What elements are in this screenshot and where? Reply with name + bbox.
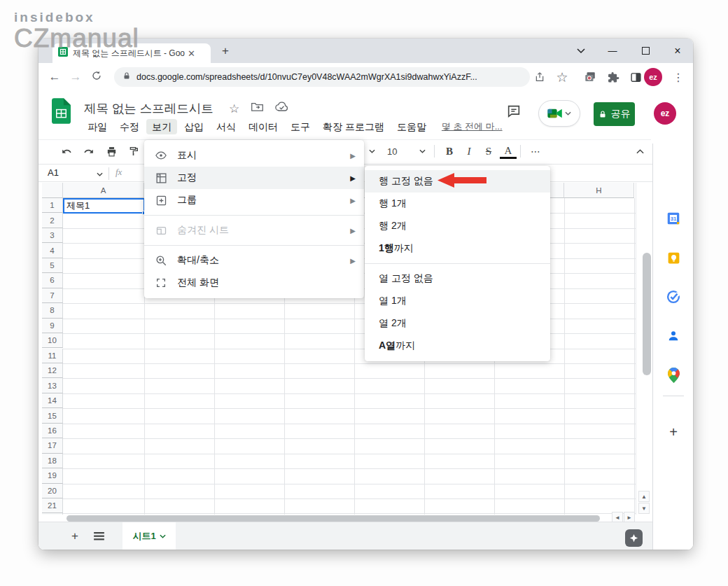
menu-도움말[interactable]: 도움말 [391, 119, 432, 134]
last-edit-link[interactable]: 몇 초 전에 마... [442, 120, 503, 133]
row-header-17[interactable]: 17 [42, 438, 63, 453]
italic-button[interactable]: I [461, 143, 477, 160]
undo-icon[interactable] [58, 143, 75, 160]
menu-삽입[interactable]: 삽입 [178, 119, 209, 134]
collapse-toolbar-chevron-icon[interactable] [631, 143, 648, 160]
row-header-18[interactable]: 18 [42, 454, 63, 468]
font-size-value[interactable]: 10 [387, 143, 415, 160]
sheets-logo-icon[interactable] [52, 98, 71, 127]
menu-active-보기[interactable]: 보기 [146, 119, 177, 134]
menu-item-표시[interactable]: 표시▶ [144, 144, 364, 167]
menu-서식[interactable]: 서식 [211, 119, 241, 134]
column-header-A[interactable]: A [63, 183, 144, 198]
maps-icon[interactable] [665, 367, 682, 384]
menu-item-행 2개[interactable]: 행 2개 [365, 215, 550, 237]
get-addons-plus-icon[interactable]: + [665, 424, 682, 440]
share-icon[interactable] [532, 69, 547, 85]
row-header-22[interactable]: 22 [42, 513, 63, 515]
account-avatar[interactable]: ez [654, 102, 676, 125]
scroll-up-icon[interactable]: ▲ [638, 491, 650, 502]
menu-item-1행까지[interactable]: 1행까지 [365, 237, 550, 260]
tab-search-chevron-icon[interactable] [569, 39, 593, 63]
scroll-down-icon[interactable]: ▼ [638, 503, 650, 514]
menu-item-열 1개[interactable]: 열 1개 [365, 290, 550, 312]
redo-icon[interactable] [80, 143, 97, 160]
row-header-21[interactable]: 21 [42, 498, 63, 513]
vertical-scrollbar[interactable]: ▲ ▼ [636, 183, 651, 515]
row-header-10[interactable]: 10 [42, 333, 63, 348]
reload-icon[interactable] [86, 70, 107, 85]
format-dropdown-chevron-icon[interactable] [366, 143, 377, 160]
menu-확장 프로그램[interactable]: 확장 프로그램 [317, 119, 390, 134]
back-icon[interactable]: ← [44, 70, 65, 84]
star-document-icon[interactable]: ☆ [229, 102, 239, 116]
minimize-button[interactable]: — [601, 39, 624, 63]
row-header-20[interactable]: 20 [42, 484, 63, 498]
menu-item-A열까지[interactable]: A열까지 [365, 335, 550, 357]
keep-icon[interactable] [665, 249, 682, 266]
font-size-chevron-icon[interactable] [416, 143, 428, 160]
menu-데이터[interactable]: 데이터 [243, 119, 284, 134]
menu-도구[interactable]: 도구 [285, 119, 316, 134]
row-header-5[interactable]: 5 [42, 258, 63, 273]
bookmark-star-icon[interactable]: ☆ [554, 69, 570, 85]
row-header-9[interactable]: 9 [42, 319, 63, 333]
sheet-tab[interactable]: 시트1 [122, 522, 176, 550]
vertical-scroll-thumb[interactable] [643, 253, 651, 375]
strikethrough-button[interactable]: S [480, 143, 497, 160]
browser-tab[interactable]: 제목 없는 스프레드시트 - Goog ✕ [52, 43, 211, 63]
document-title[interactable]: 제목 없는 스프레드시트 [84, 100, 214, 117]
menu-item-고정[interactable]: 고정▶ [144, 167, 364, 189]
calendar-icon[interactable]: 31 [665, 210, 682, 227]
row-header-1[interactable]: 1 [42, 198, 63, 213]
row-header-6[interactable]: 6 [42, 273, 63, 288]
tab-close-icon[interactable]: ✕ [188, 48, 195, 59]
maximize-button[interactable] [634, 39, 657, 63]
extensions-puzzle-icon[interactable] [606, 69, 621, 85]
row-header-19[interactable]: 19 [42, 468, 63, 483]
browser-profile-avatar[interactable]: ez [644, 68, 662, 86]
paint-format-icon[interactable] [125, 143, 142, 160]
row-header-8[interactable]: 8 [42, 303, 63, 318]
new-tab-button[interactable]: + [222, 44, 229, 58]
add-sheet-icon[interactable]: + [66, 528, 83, 545]
text-color-button[interactable]: A [500, 144, 517, 159]
all-sheets-icon[interactable] [90, 528, 107, 545]
side-panel-icon[interactable] [628, 69, 643, 85]
close-button[interactable]: × [666, 39, 690, 63]
media-hub-icon[interactable] [582, 69, 598, 85]
horizontal-scroll-thumb[interactable] [66, 515, 600, 522]
share-button[interactable]: 공유 [594, 102, 635, 126]
grid-corner-box[interactable] [42, 183, 63, 198]
row-header-4[interactable]: 4 [42, 243, 63, 258]
row-header-7[interactable]: 7 [42, 288, 63, 303]
bold-button[interactable]: B [441, 143, 458, 160]
comment-history-icon[interactable] [506, 104, 522, 122]
menu-파일[interactable]: 파일 [82, 119, 113, 134]
menu-item-그룹[interactable]: 그룹▶ [144, 189, 364, 211]
name-box[interactable]: A1 [48, 167, 59, 178]
name-box-chevron-icon[interactable] [97, 172, 103, 176]
print-icon[interactable] [103, 143, 120, 160]
row-header-12[interactable]: 12 [42, 363, 63, 378]
menu-item-열 고정 없음[interactable]: 열 고정 없음 [365, 267, 550, 290]
row-header-11[interactable]: 11 [42, 349, 63, 363]
kebab-menu-icon[interactable]: ⋮ [671, 69, 686, 85]
row-header-3[interactable]: 3 [42, 228, 63, 243]
tasks-icon[interactable] [665, 288, 682, 305]
row-header-15[interactable]: 15 [42, 408, 63, 423]
row-header-14[interactable]: 14 [42, 393, 63, 408]
row-header-16[interactable]: 16 [42, 424, 63, 438]
row-header-13[interactable]: 13 [42, 378, 63, 393]
menu-item-확대/축소[interactable]: 확대/축소▶ [144, 249, 364, 272]
selected-cell-A1[interactable]: 제목1 [63, 198, 145, 214]
more-toolbar-button[interactable]: ⋯ [527, 143, 544, 160]
menu-수정[interactable]: 수정 [114, 119, 145, 134]
move-folder-icon[interactable] [251, 102, 263, 114]
menu-item-열 2개[interactable]: 열 2개 [365, 312, 550, 335]
menu-item-전체 화면[interactable]: 전체 화면 [144, 272, 364, 294]
explore-button[interactable] [625, 529, 643, 547]
contacts-icon[interactable] [665, 328, 682, 344]
address-bar[interactable]: docs.google.com/spreadsheets/d/10nvuC7ey… [114, 67, 530, 87]
forward-icon[interactable]: → [65, 70, 86, 84]
